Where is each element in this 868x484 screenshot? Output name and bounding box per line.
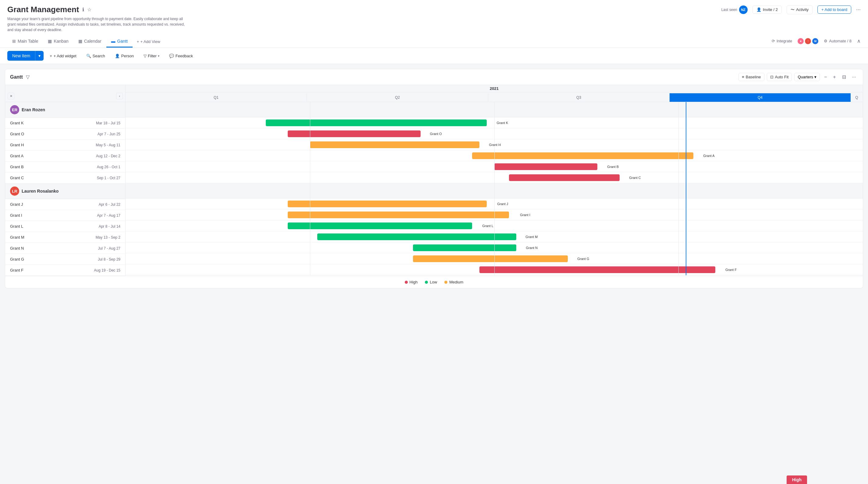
tab-gantt-label: Gantt — [117, 39, 128, 43]
grant-name: Grant L — [10, 224, 37, 229]
bar-label-k: Grant K — [496, 121, 508, 125]
collapse-button[interactable]: ∧ — [857, 38, 861, 44]
bar-grant-o[interactable]: Grant O — [288, 130, 420, 137]
grant-name: Grant O — [10, 132, 37, 136]
grant-row-f: Grant F Aug 19 - Dec 15 — [5, 265, 125, 276]
tab-main-table-label: Main Table — [18, 39, 38, 43]
new-item-label[interactable]: New Item — [7, 51, 35, 61]
grant-dates: Aug 26 - Oct 1 — [97, 165, 120, 169]
add-to-board-button[interactable]: + Add to board — [817, 5, 851, 14]
bar-grant-f[interactable]: Grant F — [479, 266, 715, 273]
bar-grant-c[interactable]: Grant C — [509, 174, 620, 181]
bar-grant-h[interactable]: Grant H — [310, 142, 479, 148]
legend-medium: Medium — [444, 280, 463, 284]
legend-dot-high — [405, 281, 408, 284]
grant-dates: Mar 18 - Jul 15 — [96, 121, 120, 125]
tab-calendar-label: Calendar — [84, 39, 101, 43]
more-options-button[interactable]: ··· — [856, 6, 861, 13]
add-view-tab[interactable]: + + Add View — [132, 36, 164, 47]
tab-calendar[interactable]: ▦ Calendar — [73, 36, 106, 48]
gantt-timeline: 2021 Q1 Q2 Q3 Q4 Q — [126, 85, 863, 276]
zoom-out-button[interactable]: − — [822, 73, 829, 81]
zoom-in-button[interactable]: + — [831, 73, 838, 81]
grant-row-h: Grant H May 5 - Aug 11 — [5, 140, 125, 151]
app-title: Grant Management — [7, 5, 79, 14]
new-item-button[interactable]: New Item ▾ — [7, 51, 43, 61]
new-item-dropdown-icon[interactable]: ▾ — [35, 51, 43, 61]
bar-grant-l[interactable]: Grant L — [288, 222, 472, 229]
quarters-button[interactable]: Quarters ▾ — [794, 73, 820, 81]
legend-label-medium: Medium — [449, 280, 463, 284]
bar-grant-k[interactable]: Grant K — [266, 119, 487, 126]
avatar-eran: ER — [10, 105, 19, 114]
integrate-button[interactable]: ⟳ Integrate — [769, 37, 795, 44]
export-button[interactable]: ⊟ — [840, 73, 848, 81]
collapse-left-button[interactable]: ‹ — [116, 93, 123, 99]
bar-label-n: Grant N — [526, 246, 538, 250]
activity-button[interactable]: 〜 Activity — [786, 5, 812, 14]
bar-grant-n[interactable]: Grant N — [413, 244, 516, 251]
bar-grant-a[interactable]: Grant A — [472, 152, 693, 159]
gantt-filter-icon[interactable]: ▽ — [25, 73, 30, 81]
tab-kanban[interactable]: ▦ Kanban — [43, 36, 73, 48]
search-button[interactable]: 🔍 Search — [83, 52, 109, 60]
bar-grant-m[interactable]: Grant M — [317, 234, 516, 240]
info-icon[interactable]: ℹ — [82, 6, 85, 13]
invite-button[interactable]: 👤 Invite / 2 — [752, 5, 782, 14]
baseline-button[interactable]: ≡ Baseline — [739, 73, 764, 81]
feedback-icon: 💬 — [169, 54, 174, 58]
bar-label-m: Grant M — [525, 235, 538, 239]
search-icon: 🔍 — [86, 54, 91, 58]
grant-name: Grant K — [10, 121, 37, 125]
legend-low: Low — [425, 280, 437, 284]
tab-gantt[interactable]: ▬ Gantt — [106, 36, 132, 48]
grant-row-m: Grant M May 13 - Sep 2 — [5, 232, 125, 243]
grant-row-a: Grant A Aug 12 - Dec 2 — [5, 151, 125, 161]
quarter-q1: Q1 — [126, 93, 307, 102]
filter-button[interactable]: ▽ Filter ▾ — [140, 52, 163, 60]
star-icon[interactable]: ☆ — [87, 6, 92, 13]
grant-dates: Aug 12 - Dec 2 — [96, 154, 120, 158]
add-widget-button[interactable]: + + Add widget — [46, 52, 80, 60]
grant-row-j: Grant J Apr 6 - Jul 22 — [5, 199, 125, 210]
legend-dot-low — [425, 281, 428, 284]
automate-button[interactable]: ⚙ Automate / 8 — [822, 37, 854, 44]
bar-grant-g[interactable]: Grant G — [413, 255, 568, 262]
quarter-q3: Q3 — [488, 93, 670, 102]
gantt-controls: ≡ Baseline ⊡ Auto Fit Quarters ▾ − + ⊟ ·… — [739, 73, 858, 81]
bar-label-g: Grant G — [577, 257, 589, 261]
bar-grant-b[interactable]: Grant B — [494, 163, 598, 170]
gantt-left-panel: ✕ ‹ ER Eran Rozen Grant K Mar 18 - Jul 1… — [5, 85, 126, 276]
q1-divider — [310, 102, 310, 275]
integration-icon-3: M — [812, 38, 818, 44]
bar-label-o: Grant O — [430, 132, 442, 135]
gantt-more-button[interactable]: ··· — [850, 73, 858, 81]
person-button[interactable]: 👤 Person — [111, 52, 137, 60]
avatar: NZ — [739, 5, 748, 14]
grant-row-g: Grant G Jul 8 - Sep 29 — [5, 254, 125, 265]
legend-dot-medium — [444, 281, 447, 284]
group-row-lauren: LR Lauren Rosalanko — [5, 183, 125, 199]
toolbar: New Item ▾ + + Add widget 🔍 Search 👤 Per… — [0, 48, 868, 64]
integration-icons: ● ↑ M — [798, 38, 818, 44]
quarter-next: Q — [850, 93, 863, 102]
filter-chevron-icon: ▾ — [158, 54, 159, 58]
today-line — [686, 102, 686, 275]
app-description: Manage your team's grant pipeline from o… — [7, 16, 190, 33]
baseline-icon: ≡ — [742, 75, 744, 79]
grant-name: Grant M — [10, 235, 37, 240]
grant-name: Grant C — [10, 176, 37, 180]
collapse-columns-button[interactable]: ✕ — [8, 93, 14, 99]
grant-row-n: Grant N Jul 7 - Aug 27 — [5, 243, 125, 254]
grant-name: Grant F — [10, 268, 37, 272]
feedback-button[interactable]: 💬 Feedback — [165, 52, 196, 60]
grant-dates: Apr 7 - Jun 25 — [97, 132, 120, 136]
tab-main-table[interactable]: ⊞ Main Table — [7, 36, 43, 48]
gantt-container: Gantt ▽ ≡ Baseline ⊡ Auto Fit Quarters ▾… — [5, 69, 863, 288]
gantt-rows-container: Grant K Grant O Grant H — [126, 102, 863, 275]
bar-label-h: Grant H — [489, 143, 501, 147]
bar-grant-i[interactable]: Grant I — [288, 212, 509, 218]
bar-grant-j[interactable]: Grant J — [288, 201, 487, 207]
auto-fit-button[interactable]: ⊡ Auto Fit — [767, 73, 792, 81]
q2-divider — [494, 102, 495, 275]
